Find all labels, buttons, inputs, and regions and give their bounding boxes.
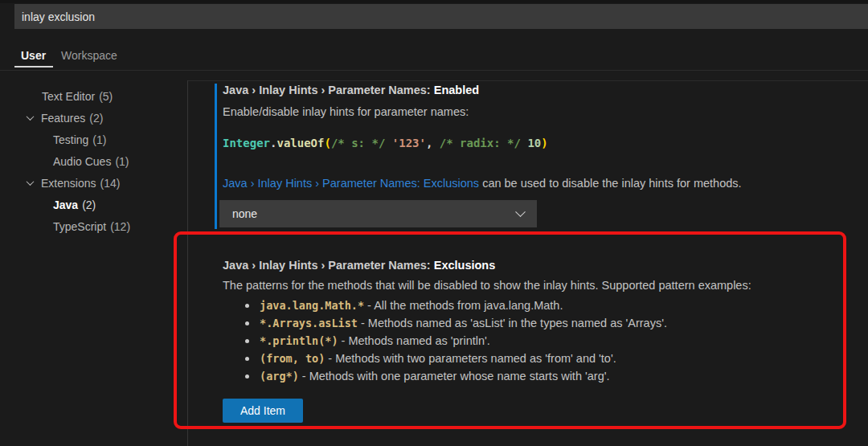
pattern-description: - Methods with one parameter whose name …	[299, 370, 610, 383]
setting-enabled-link-line: Java › Inlay Hints › Parameter Names: Ex…	[223, 177, 742, 190]
dropdown-selected-value: none	[232, 207, 257, 220]
bullet-icon	[245, 374, 249, 378]
toc-item-count: (5)	[99, 90, 113, 103]
enabled-setting-dropdown[interactable]: none	[219, 200, 537, 227]
code-token-punct: ,	[426, 137, 440, 149]
add-item-button[interactable]: Add Item	[223, 399, 303, 423]
chevron-down-icon[interactable]	[27, 113, 35, 121]
setting-enabled-description: Enable/disable inlay hints for parameter…	[223, 105, 469, 118]
code-token-number: 10	[527, 137, 541, 149]
chevron-down-icon[interactable]	[27, 178, 35, 186]
toc-item-label: Java	[53, 198, 78, 211]
bullet-icon	[245, 339, 249, 343]
toc-item-label: Audio Cues	[53, 155, 111, 168]
setting-title-name: Enabled	[434, 84, 479, 96]
pattern-description: - Methods named as 'asList' in the types…	[358, 317, 667, 329]
toc-item-count: (14)	[100, 177, 120, 190]
code-token-punct	[385, 137, 391, 149]
link-suffix-text: can be used to disable the inlay hints f…	[479, 177, 741, 190]
toc-item-label: Extensions	[41, 177, 96, 190]
pattern-code: (from, to)	[260, 352, 325, 365]
window-top-strip	[0, 0, 868, 3]
bullet-icon	[245, 304, 249, 308]
pattern-code: *.println(*)	[260, 334, 338, 347]
bullet-icon	[245, 321, 249, 325]
pattern-example-item: *.println(*) - Methods named as 'println…	[223, 332, 667, 350]
pattern-description: - Methods with two parameters named as '…	[325, 352, 616, 365]
vscode-settings-editor: { "search": { "value": "inlay exclusion"…	[0, 0, 868, 446]
toc-item-count: (2)	[82, 198, 96, 211]
tab-workspace[interactable]: Workspace	[61, 49, 117, 62]
toc-item-typescript[interactable]: TypeScript(12)	[0, 215, 186, 237]
pattern-example-item: (from, to) - Methods with two parameters…	[223, 350, 667, 367]
code-token-bracket: (	[324, 137, 330, 149]
pattern-description: - Methods named as 'println'.	[338, 334, 490, 347]
toc-item-label: TypeScript	[53, 220, 106, 233]
settings-toc: Text Editor(5)Features(2)Testing(1)Audio…	[0, 85, 186, 237]
setting-title-prefix: Java › Inlay Hints › Parameter Names:	[223, 259, 434, 272]
pattern-example-item: java.lang.Math.* - All the methods from …	[223, 297, 667, 314]
pattern-description: - All the methods from java.lang.Math.	[364, 299, 563, 312]
setting-title-prefix: Java › Inlay Hints › Parameter Names:	[223, 84, 434, 96]
setting-title-name: Exclusions	[434, 259, 496, 272]
setting-exclusions-description: The patterns for the methods that will b…	[223, 279, 751, 292]
code-sample: Integer.valueOf(/* s: */ '123', /* radix…	[223, 137, 548, 149]
tab-user[interactable]: User	[21, 49, 46, 62]
toc-item-label: Testing	[53, 133, 88, 146]
bullet-icon	[245, 357, 249, 361]
pattern-code: java.lang.Math.*	[260, 299, 364, 312]
code-token-fn: valueOf	[276, 137, 324, 149]
toc-item-count: (1)	[92, 133, 106, 146]
toc-item-label: Features	[41, 112, 85, 125]
active-tab-underline	[14, 66, 53, 68]
code-token-comment: /* radix: */	[440, 137, 521, 149]
setting-title-enabled: Java › Inlay Hints › Parameter Names: En…	[223, 84, 479, 96]
toc-item-audio-cues[interactable]: Audio Cues(1)	[0, 150, 186, 172]
header-divider	[0, 70, 868, 71]
toc-item-count: (12)	[110, 220, 130, 233]
settings-list-top-border	[188, 80, 868, 81]
pattern-code: *.Arrays.asList	[260, 317, 358, 329]
pattern-examples-list: java.lang.Math.* - All the methods from …	[223, 297, 667, 385]
toc-item-extensions[interactable]: Extensions(14)	[0, 172, 186, 194]
code-token-string: '123'	[392, 137, 426, 149]
settings-search-input[interactable]	[14, 4, 868, 29]
toc-item-count: (1)	[115, 155, 129, 168]
exclusions-setting-link[interactable]: Java › Inlay Hints › Parameter Names: Ex…	[223, 177, 479, 190]
code-token-comment: /* s: */	[331, 137, 385, 149]
pattern-code: (arg*)	[260, 370, 299, 383]
toc-item-features[interactable]: Features(2)	[0, 107, 186, 129]
toc-item-java[interactable]: Java(2)	[0, 194, 186, 215]
setting-title-exclusions: Java › Inlay Hints › Parameter Names: Ex…	[223, 259, 495, 272]
toc-item-testing[interactable]: Testing(1)	[0, 129, 186, 150]
chevron-down-icon	[515, 207, 526, 217]
panel-divider[interactable]	[187, 80, 188, 446]
toc-item-text-editor[interactable]: Text Editor(5)	[0, 85, 186, 107]
toc-item-count: (2)	[89, 112, 103, 125]
pattern-example-item: (arg*) - Methods with one parameter whos…	[223, 367, 667, 385]
code-token-type: Integer	[223, 137, 270, 149]
toc-item-label: Text Editor	[42, 90, 95, 103]
focused-setting-indicator	[215, 84, 217, 229]
code-token-bracket: )	[541, 137, 547, 149]
pattern-example-item: *.Arrays.asList - Methods named as 'asLi…	[223, 314, 667, 332]
